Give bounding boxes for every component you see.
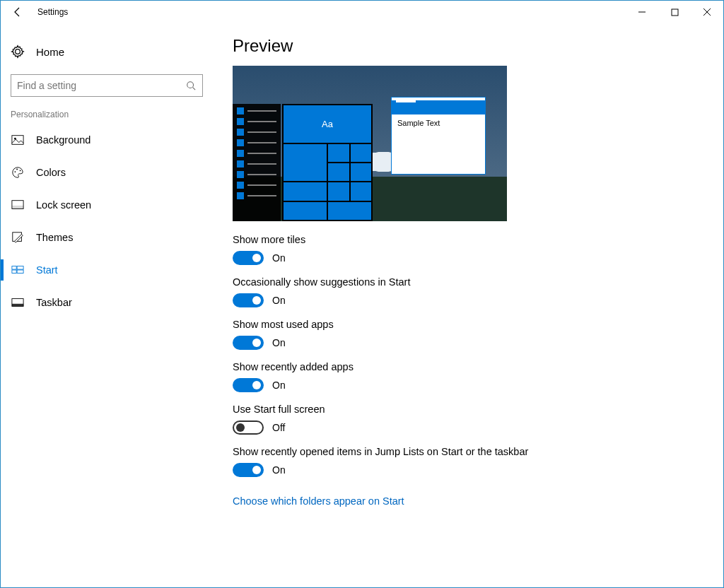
- preview-thumbnail: Aa Sample Text: [233, 66, 507, 221]
- sidebar: Home Personalization Background Colors: [1, 23, 213, 588]
- setting-4: Use Start full screenOff: [233, 404, 723, 435]
- title-bar: Settings: [1, 1, 723, 23]
- setting-2: Show most used appsOn: [233, 319, 723, 350]
- sidebar-item-colors[interactable]: Colors: [1, 156, 213, 189]
- search-icon: [186, 80, 197, 91]
- sidebar-item-start[interactable]: Start: [1, 254, 213, 286]
- svg-point-8: [20, 170, 21, 171]
- sidebar-item-label: Themes: [36, 232, 73, 243]
- toggle-switch[interactable]: [233, 251, 264, 265]
- home-label: Home: [36, 46, 64, 58]
- taskbar-icon: [11, 295, 25, 310]
- svg-point-7: [16, 169, 18, 170]
- svg-rect-14: [12, 270, 16, 274]
- back-button[interactable]: [1, 1, 35, 23]
- toggle-state: Off: [272, 422, 285, 433]
- setting-1: Occasionally show suggestions in StartOn: [233, 276, 723, 307]
- toggle-switch[interactable]: [233, 463, 264, 477]
- svg-rect-1: [672, 9, 678, 16]
- setting-5: Show recently opened items in Jump Lists…: [233, 446, 723, 477]
- toggle-state: On: [272, 337, 286, 348]
- search-field[interactable]: [11, 74, 203, 97]
- setting-label: Show recently opened items in Jump Lists…: [233, 446, 723, 457]
- toggle-state: On: [272, 295, 286, 306]
- themes-icon: [11, 230, 25, 245]
- toggle-switch[interactable]: [233, 336, 264, 350]
- setting-label: Show recently added apps: [233, 361, 723, 372]
- svg-rect-13: [17, 266, 23, 270]
- svg-rect-10: [12, 206, 23, 209]
- toggle-state: On: [272, 252, 286, 264]
- setting-label: Show more tiles: [233, 234, 723, 245]
- setting-label: Show most used apps: [233, 319, 723, 330]
- start-icon: [11, 263, 25, 277]
- svg-rect-17: [12, 304, 23, 307]
- gear-icon: [11, 45, 25, 59]
- sidebar-item-background[interactable]: Background: [1, 124, 213, 156]
- sidebar-item-label: Start: [36, 264, 58, 276]
- toggle-switch[interactable]: [233, 378, 264, 392]
- sidebar-item-label: Lock screen: [36, 199, 91, 211]
- svg-point-2: [187, 82, 194, 88]
- window-title: Settings: [37, 7, 68, 17]
- home-nav[interactable]: Home: [1, 36, 213, 67]
- lockscreen-icon: [11, 198, 25, 212]
- svg-point-6: [15, 171, 16, 172]
- sidebar-item-label: Colors: [36, 167, 66, 178]
- setting-label: Use Start full screen: [233, 404, 723, 415]
- minimize-button[interactable]: [626, 1, 658, 23]
- svg-line-3: [193, 88, 196, 90]
- palette-icon: [11, 165, 25, 180]
- picture-icon: [11, 133, 25, 147]
- toggle-switch[interactable]: [233, 421, 264, 435]
- close-button[interactable]: [691, 1, 723, 23]
- sample-window: Sample Text: [391, 97, 486, 175]
- sidebar-item-lockscreen[interactable]: Lock screen: [1, 189, 213, 221]
- setting-3: Show recently added appsOn: [233, 361, 723, 392]
- setting-0: Show more tilesOn: [233, 234, 723, 265]
- sidebar-item-themes[interactable]: Themes: [1, 221, 213, 254]
- toggle-state: On: [272, 464, 286, 476]
- page-title: Preview: [233, 36, 723, 56]
- main-content: Preview Aa: [213, 23, 723, 588]
- maximize-button[interactable]: [658, 1, 691, 23]
- svg-rect-12: [12, 266, 16, 270]
- toggle-switch[interactable]: [233, 293, 264, 307]
- sidebar-item-taskbar[interactable]: Taskbar: [1, 286, 213, 319]
- toggle-state: On: [272, 380, 286, 391]
- sidebar-item-label: Background: [36, 134, 90, 146]
- choose-folders-link[interactable]: Choose which folders appear on Start: [233, 495, 404, 507]
- sidebar-item-label: Taskbar: [36, 297, 72, 308]
- sample-window-text: Sample Text: [392, 114, 485, 131]
- search-input[interactable]: [17, 80, 186, 91]
- setting-label: Occasionally show suggestions in Start: [233, 276, 723, 288]
- section-label: Personalization: [1, 110, 213, 124]
- svg-rect-4: [12, 136, 23, 145]
- sample-big-tile: Aa: [284, 105, 371, 143]
- svg-rect-15: [17, 270, 23, 274]
